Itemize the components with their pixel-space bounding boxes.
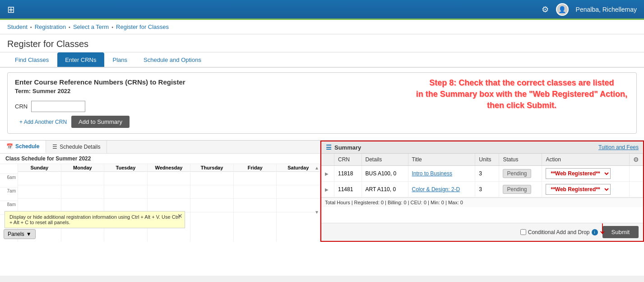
details-cell-2: ART A110, 0 bbox=[361, 182, 408, 197]
top-bar: ⊞ ⚙ 👤 Penalba, Richellemay bbox=[0, 0, 644, 20]
day-saturday: Saturday bbox=[277, 164, 320, 242]
gear-icon[interactable]: ⚙ bbox=[542, 5, 549, 14]
top-bar-right: ⚙ 👤 Penalba, Richellemay bbox=[542, 3, 637, 16]
title-cell-1: Intro to Business bbox=[408, 166, 475, 182]
tab-enter-crns[interactable]: Enter CRNs bbox=[57, 52, 104, 67]
row-expand-1[interactable]: ▶ bbox=[321, 166, 334, 182]
panels-button[interactable]: Panels ▼ bbox=[4, 229, 36, 239]
tab-plans[interactable]: Plans bbox=[105, 52, 135, 67]
crn-cell-2: 11481 bbox=[334, 182, 362, 197]
breadcrumb-sep-3: • bbox=[111, 24, 113, 30]
schedule-panel: ▲ ▼ 📅 Schedule ☰ Schedule Details Class … bbox=[0, 141, 320, 242]
tab-schedule-options[interactable]: Schedule and Options bbox=[136, 52, 209, 67]
crn-label: CRN bbox=[15, 103, 28, 110]
summary-icon: ☰ bbox=[326, 144, 332, 151]
schedule-grid: 6am 7am 8am Sunday Monday bbox=[0, 164, 320, 242]
day-tuesday: Tuesday bbox=[104, 164, 148, 242]
crn-panel: Enter Course Reference Numbers (CRNs) to… bbox=[7, 72, 637, 134]
summary-footer: Conditional Add and Drop i Submit bbox=[321, 223, 643, 241]
bottom-area: ▲ ▼ 📅 Schedule ☰ Schedule Details Class … bbox=[0, 140, 644, 242]
table-row: ▶ 11481 ART A110, 0 Color & Design: 2-D … bbox=[321, 182, 643, 197]
add-to-summary-button[interactable]: Add to Summary bbox=[71, 116, 130, 128]
tooltip-close-button[interactable]: ✕ bbox=[177, 212, 183, 220]
day-monday: Monday bbox=[61, 164, 105, 242]
breadcrumb-sep-2: • bbox=[69, 24, 70, 30]
scroll-down-arrow[interactable]: ▼ bbox=[315, 210, 319, 215]
conditional-checkbox[interactable] bbox=[520, 229, 526, 235]
table-gear-icon[interactable]: ⚙ bbox=[633, 156, 639, 163]
add-another-crn-link[interactable]: + Add Another CRN bbox=[19, 119, 67, 125]
top-bar-left: ⊞ bbox=[7, 4, 15, 15]
row-gear-2 bbox=[630, 182, 643, 197]
username-label: Penalba, Richellemay bbox=[576, 6, 637, 13]
action-cell-2: **Web Registered** Drop bbox=[542, 182, 630, 197]
list-icon: ☰ bbox=[52, 144, 57, 150]
tuition-fees-link[interactable]: Tuition and Fees bbox=[598, 144, 639, 150]
col-crn: CRN bbox=[334, 154, 362, 166]
col-details: Details bbox=[361, 154, 408, 166]
crn-cell-1: 11818 bbox=[334, 166, 362, 182]
summary-panel: ☰ Summary Tuition and Fees CRN Details T… bbox=[320, 141, 644, 242]
day-thursday: Thursday bbox=[190, 164, 234, 242]
step-annotation: Step 8: Check that the correct classes a… bbox=[416, 77, 627, 112]
breadcrumb-register-classes[interactable]: Register for Classes bbox=[116, 24, 169, 30]
action-select-2[interactable]: **Web Registered** Drop bbox=[546, 184, 611, 195]
col-gear: ⚙ bbox=[630, 154, 643, 166]
units-cell-1: 3 bbox=[475, 166, 499, 182]
summary-table-container: CRN Details Title Units Status Action ⚙ bbox=[321, 154, 643, 223]
breadcrumb-registration[interactable]: Registration bbox=[35, 24, 66, 30]
summary-title: ☰ Summary bbox=[326, 144, 361, 151]
col-units: Units bbox=[475, 154, 499, 166]
breadcrumb-student[interactable]: Student bbox=[7, 24, 28, 30]
col-expand bbox=[321, 154, 334, 166]
total-hours: Total Hours | Registered: 0 | Billing: 0… bbox=[321, 197, 643, 207]
submit-button[interactable]: Submit bbox=[602, 226, 639, 238]
col-status: Status bbox=[499, 154, 542, 166]
schedule-tab-schedule[interactable]: 📅 Schedule bbox=[0, 141, 46, 153]
breadcrumb-sep-1: • bbox=[30, 24, 32, 30]
day-wednesday: Wednesday bbox=[148, 164, 191, 242]
action-cell-1: **Web Registered** Drop bbox=[542, 166, 630, 182]
calendar-icon: 📅 bbox=[6, 143, 13, 150]
status-cell-1: Pending bbox=[499, 166, 542, 182]
crn-input[interactable] bbox=[31, 101, 85, 112]
tooltip-box: ✕ Display or hide additional registratio… bbox=[5, 211, 185, 228]
summary-header: ☰ Summary Tuition and Fees bbox=[321, 141, 643, 154]
schedule-tabs: 📅 Schedule ☰ Schedule Details bbox=[0, 141, 320, 154]
schedule-title: Class Schedule for Summer 2022 bbox=[0, 154, 320, 164]
day-columns: Sunday Monday Tuesday bbox=[18, 164, 320, 242]
day-friday: Friday bbox=[234, 164, 277, 242]
info-icon[interactable]: i bbox=[592, 229, 598, 235]
col-action: Action bbox=[542, 154, 630, 166]
table-row: ▶ 11818 BUS A100, 0 Intro to Business 3 … bbox=[321, 166, 643, 182]
grid-icon[interactable]: ⊞ bbox=[7, 4, 15, 15]
tab-find-classes[interactable]: Find Classes bbox=[7, 52, 56, 67]
user-avatar-icon[interactable]: 👤 bbox=[556, 3, 569, 16]
tooltip-text: Display or hide additional registration … bbox=[9, 214, 180, 225]
scroll-up-arrow[interactable]: ▲ bbox=[315, 165, 319, 170]
status-cell-2: Pending bbox=[499, 182, 542, 197]
breadcrumb-select-term[interactable]: Select a Term bbox=[73, 24, 109, 30]
page-title-bar: Register for Classes bbox=[0, 34, 644, 52]
schedule-tab-details[interactable]: ☰ Schedule Details bbox=[46, 141, 107, 153]
col-title: Title bbox=[408, 154, 475, 166]
row-gear-1 bbox=[630, 166, 643, 182]
row-expand-2[interactable]: ▶ bbox=[321, 182, 334, 197]
units-cell-2: 3 bbox=[475, 182, 499, 197]
summary-table: CRN Details Title Units Status Action ⚙ bbox=[321, 154, 643, 197]
details-cell-1: BUS A100, 0 bbox=[361, 166, 408, 182]
breadcrumb: Student • Registration • Select a Term •… bbox=[0, 20, 644, 34]
conditional-add-drop: Conditional Add and Drop i bbox=[520, 229, 598, 235]
time-6am: 6am bbox=[0, 174, 18, 188]
page-title: Register for Classes bbox=[7, 39, 637, 49]
title-cell-2: Color & Design: 2-D bbox=[408, 182, 475, 197]
time-7am: 7am bbox=[0, 188, 18, 201]
main-content: Enter Course Reference Numbers (CRNs) to… bbox=[0, 68, 644, 276]
chevron-down-icon: ▼ bbox=[26, 231, 32, 237]
tabs-bar: Find Classes Enter CRNs Plans Schedule a… bbox=[0, 52, 644, 68]
action-select-1[interactable]: **Web Registered** Drop bbox=[546, 168, 611, 179]
